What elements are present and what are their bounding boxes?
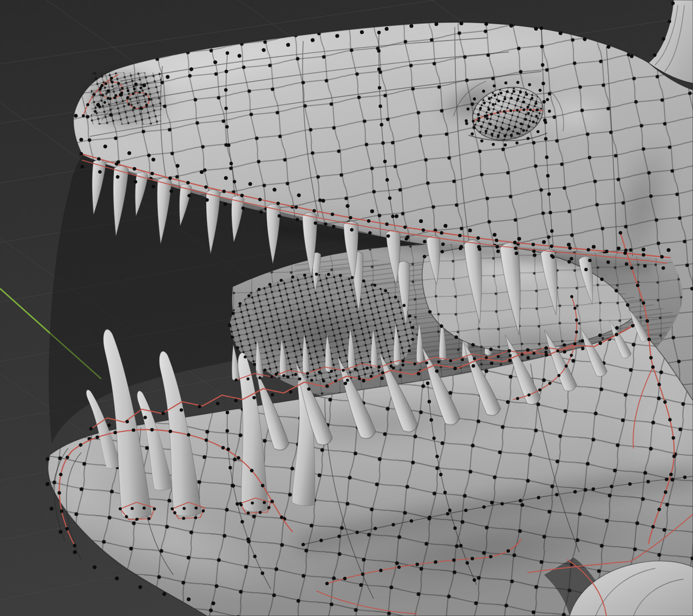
nostril: [86, 71, 164, 126]
blender-3d-viewport[interactable]: [0, 0, 693, 616]
viewport-canvas: [0, 0, 693, 616]
dragon-head-mesh: [0, 0, 693, 616]
